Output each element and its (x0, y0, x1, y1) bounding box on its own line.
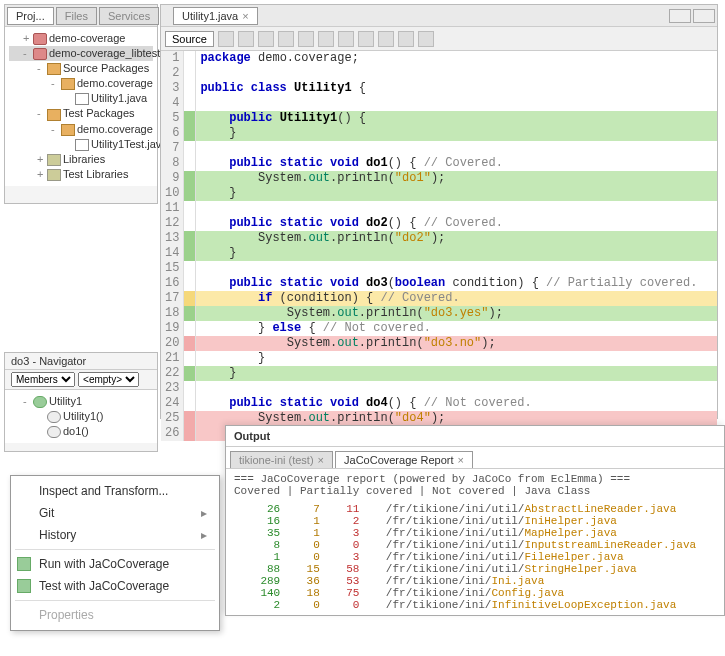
find-icon[interactable] (298, 31, 314, 47)
report-row: 140 18 75 /fr/tikione/ini/Config.java (234, 587, 716, 599)
output-tab-report[interactable]: JaCoCoverage Report× (335, 451, 473, 468)
report-row: 88 15 58 /fr/tikione/ini/util/StringHelp… (234, 563, 716, 575)
report-row: 289 36 53 /fr/tikione/ini/Ini.java (234, 575, 716, 587)
context-menu: Inspect and Transform...Git▸History▸Run … (10, 475, 220, 631)
code-area[interactable]: package demo.coverage; public class Util… (196, 51, 717, 441)
coverage-gutter (184, 51, 196, 441)
tree-node[interactable]: Utility1Test.java (9, 137, 153, 152)
pkg-icon (61, 124, 75, 136)
pkg-icon (47, 109, 61, 121)
editor-tab-label: Utility1.java (182, 10, 238, 22)
tree-node[interactable]: -demo-coverage_libtest (9, 46, 153, 61)
close-icon[interactable]: × (318, 454, 324, 466)
navigator-panel: do3 - Navigator Members <empty> -Utility… (4, 352, 158, 452)
report-row: 35 1 3 /fr/tikione/ini/util/MapHelper.ja… (234, 527, 716, 539)
class-icon (33, 396, 47, 408)
report-row: 16 1 2 /fr/tikione/ini/util/IniHelper.ja… (234, 515, 716, 527)
navigator-filters: Members <empty> (5, 370, 157, 390)
close-icon[interactable]: × (242, 10, 248, 22)
navigator-tree[interactable]: -Utility1Utility1()do1() (5, 390, 157, 443)
comment-icon[interactable] (358, 31, 374, 47)
action-icon (17, 579, 31, 593)
output-title: Output (226, 426, 724, 447)
undo-icon[interactable] (318, 31, 334, 47)
tree-node[interactable]: +Libraries (9, 152, 153, 167)
menu-item[interactable]: History▸ (11, 524, 219, 546)
menu-item[interactable]: Git▸ (11, 502, 219, 524)
minimize-button[interactable] (669, 9, 691, 23)
report-header: === JaCoCoverage report (powered by JaCo… (234, 473, 716, 485)
pkg-icon (61, 78, 75, 90)
pkg-icon (47, 63, 61, 75)
nav-node[interactable]: do1() (9, 424, 153, 439)
report-row: 26 7 11 /fr/tikione/ini/util/AbstractLin… (234, 503, 716, 515)
editor-toolbar: Source (161, 27, 717, 51)
menu-item[interactable]: Inspect and Transform... (11, 480, 219, 502)
tree-node[interactable]: +Test Libraries (9, 167, 153, 182)
menu-item[interactable]: Run with JaCoCoverage (11, 553, 219, 575)
nav-node[interactable]: -Utility1 (9, 394, 153, 409)
report-row: 1 0 3 /fr/tikione/ini/util/FileHelper.ja… (234, 551, 716, 563)
window-controls (669, 9, 715, 23)
method-icon (47, 426, 61, 438)
report-row: 2 0 0 /fr/tikione/ini/InfinitiveLoopExce… (234, 599, 716, 611)
tree-node[interactable]: -demo.coverage (9, 122, 153, 137)
tree-node[interactable]: +demo-coverage (9, 31, 153, 46)
action-icon (17, 557, 31, 571)
report-body: === JaCoCoverage report (powered by JaCo… (226, 469, 724, 615)
nav-node[interactable]: Utility1() (9, 409, 153, 424)
source-button[interactable]: Source (165, 31, 214, 47)
report-row: 8 0 0 /fr/tikione/ini/util/InputstreamLi… (234, 539, 716, 551)
line-gutter: 1234567891011121314151617181920212223242… (161, 51, 184, 441)
lib-icon (47, 169, 61, 181)
tree-node[interactable]: -demo.coverage (9, 76, 153, 91)
output-tab-test[interactable]: tikione-ini (test)× (230, 451, 333, 468)
format-icon[interactable] (278, 31, 294, 47)
prj-icon (33, 33, 47, 45)
editor-tab[interactable]: Utility1.java× (173, 7, 258, 25)
menu-item[interactable]: Properties (11, 604, 219, 626)
history-icon[interactable] (218, 31, 234, 47)
output-tabs: tikione-ini (test)× JaCoCoverage Report× (226, 447, 724, 469)
project-tree[interactable]: +demo-coverage-demo-coverage_libtest-Sou… (5, 27, 157, 186)
tree-node[interactable]: Utility1.java (9, 91, 153, 106)
report-columns: Covered | Partially covered | Not covere… (234, 485, 716, 497)
empty-dropdown[interactable]: <empty> (78, 372, 139, 387)
redo-icon[interactable] (338, 31, 354, 47)
tab-projects[interactable]: Proj... (7, 7, 54, 25)
shift-right-icon[interactable] (418, 31, 434, 47)
navigator-title: do3 - Navigator (5, 353, 157, 370)
nav-fwd-icon[interactable] (258, 31, 274, 47)
editor-tabstrip: Utility1.java× (161, 5, 717, 27)
output-panel: Output tikione-ini (test)× JaCoCoverage … (225, 425, 725, 616)
prj-icon (33, 48, 47, 60)
members-dropdown[interactable]: Members (11, 372, 75, 387)
project-tabs: Proj... Files Services (5, 5, 157, 27)
menu-item[interactable]: Test with JaCoCoverage (11, 575, 219, 597)
nav-back-icon[interactable] (238, 31, 254, 47)
tab-services[interactable]: Services (99, 7, 159, 25)
tree-node[interactable]: -Source Packages (9, 61, 153, 76)
tree-node[interactable]: -Test Packages (9, 106, 153, 121)
lib-icon (47, 154, 61, 166)
close-icon[interactable]: × (457, 454, 463, 466)
method-icon (47, 411, 61, 423)
java-icon (75, 139, 89, 151)
project-panel: Proj... Files Services +demo-coverage-de… (4, 4, 158, 204)
java-icon (75, 93, 89, 105)
shift-left-icon[interactable] (398, 31, 414, 47)
maximize-button[interactable] (693, 9, 715, 23)
tab-files[interactable]: Files (56, 7, 97, 25)
editor-panel: Utility1.java× Source 123456789101112131… (160, 4, 718, 419)
code-editor[interactable]: 1234567891011121314151617181920212223242… (161, 51, 717, 441)
uncomment-icon[interactable] (378, 31, 394, 47)
